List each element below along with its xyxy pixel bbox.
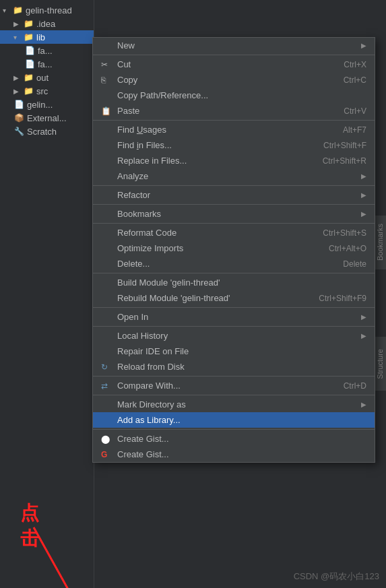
- menu-item-label: Reformat Code: [117, 228, 309, 238]
- menu-item-label: Create Gist...: [117, 449, 366, 459]
- copy-icon: ⎘: [101, 75, 113, 85]
- arrow-icon: ▶: [361, 313, 366, 321]
- folder-icon: 📁: [23, 86, 34, 96]
- tree-item-scratch[interactable]: 🔧 Scratch: [0, 125, 94, 138]
- menu-item-label: Repair IDE on File: [117, 346, 366, 356]
- menu-item-create-gist-2[interactable]: G Create Gist...: [93, 447, 375, 462]
- scratch-icon: 🔧: [13, 126, 24, 137]
- menu-item-bookmarks[interactable]: Bookmarks ▶: [93, 206, 375, 222]
- svg-line-1: [34, 527, 101, 588]
- project-tree: ▾ 📁 gelin-thread ▶ 📁 .idea ▾ 📁 lib 📄 fa.…: [0, 0, 94, 588]
- tree-item-idea[interactable]: ▶ 📁 .idea: [0, 17, 94, 30]
- menu-item-local-history[interactable]: Local History ▶: [93, 328, 375, 344]
- menu-item-reload[interactable]: ↻ Reload from Disk: [93, 359, 375, 374]
- menu-item-analyze[interactable]: Analyze ▶: [93, 168, 375, 184]
- arrow-icon: ▶: [361, 332, 366, 339]
- menu-item-find-usages[interactable]: Find Usages Alt+F7: [93, 122, 375, 137]
- menu-item-label: Copy Path/Reference...: [117, 90, 366, 100]
- shortcut: Ctrl+Shift+S: [323, 228, 366, 238]
- menu-item-label: Rebuild Module 'gelin-thread': [117, 293, 305, 303]
- tree-item-fa1[interactable]: 📄 fa...: [0, 44, 94, 57]
- folder-icon: 📁: [23, 72, 34, 83]
- cut-icon: ✂: [101, 60, 113, 69]
- menu-item-copy-path[interactable]: Copy Path/Reference...: [93, 88, 375, 103]
- menu-item-label: Replace in Files...: [117, 156, 309, 166]
- arrow-icon: ▶: [361, 191, 366, 199]
- folder-open-icon: 📁: [23, 32, 34, 42]
- menu-item-open-in[interactable]: Open In ▶: [93, 309, 375, 325]
- tree-item-fa2[interactable]: 📄 fa...: [0, 57, 94, 71]
- menu-item-label: New: [117, 40, 356, 51]
- chevron-down-icon: ▾: [13, 34, 22, 41]
- menu-item-find-in-files[interactable]: Find in Files... Ctrl+Shift+F: [93, 137, 375, 153]
- shortcut: Ctrl+Alt+O: [329, 244, 366, 253]
- tree-item-src[interactable]: ▶ 📁 src: [0, 84, 94, 98]
- tree-item-external[interactable]: 📦 External...: [0, 111, 94, 125]
- menu-item-rebuild[interactable]: Rebuild Module 'gelin-thread' Ctrl+Shift…: [93, 290, 375, 306]
- arrow-icon: ▶: [361, 42, 366, 49]
- context-menu: New ▶ ✂ Cut Ctrl+X ⎘ Copy Ctrl+C Copy Pa…: [92, 37, 375, 463]
- menu-item-add-library[interactable]: Add as Library...: [93, 412, 375, 428]
- menu-item-label: Find Usages: [117, 125, 329, 135]
- file-icon: 📄: [24, 45, 35, 56]
- separator: [93, 204, 375, 205]
- menu-item-label: Delete...: [117, 259, 329, 269]
- arrow-icon: ▶: [361, 401, 366, 408]
- chevron-icon: ▶: [13, 88, 22, 95]
- tree-item-label: gelin-thread: [26, 5, 72, 15]
- menu-item-label: Cut: [117, 59, 330, 69]
- menu-item-paste[interactable]: 📋 Paste Ctrl+V: [93, 103, 375, 119]
- folder-icon: 📁: [23, 18, 34, 29]
- shortcut: Ctrl+V: [344, 106, 366, 116]
- menu-item-label: Bookmarks: [117, 209, 356, 219]
- menu-item-label: Analyze: [117, 171, 356, 181]
- tree-item-lib[interactable]: ▾ 📁 lib: [0, 30, 94, 44]
- structure-tab-label: Structure: [376, 349, 384, 379]
- annotation-arrow: [20, 521, 128, 588]
- tree-item-label: lib: [36, 32, 45, 42]
- arrow-icon: ▶: [361, 210, 366, 218]
- tree-item-label: External...: [27, 113, 67, 123]
- menu-item-label: Build Module 'gelin-thread': [117, 277, 366, 288]
- menu-item-label: Compare With...: [117, 381, 330, 391]
- tree-item-root[interactable]: ▾ 📁 gelin-thread: [0, 3, 94, 17]
- menu-item-reformat[interactable]: Reformat Code Ctrl+Shift+S: [93, 225, 375, 240]
- menu-item-repair-ide[interactable]: Repair IDE on File: [93, 344, 375, 359]
- menu-item-cut[interactable]: ✂ Cut Ctrl+X: [93, 57, 375, 72]
- chevron-icon: ▶: [13, 74, 22, 81]
- separator: [93, 326, 375, 327]
- separator: [93, 223, 375, 224]
- menu-item-mark-directory[interactable]: Mark Directory as ▶: [93, 397, 375, 412]
- menu-item-optimize[interactable]: Optimize Imports Ctrl+Alt+O: [93, 240, 375, 256]
- separator: [93, 185, 375, 186]
- menu-item-refactor[interactable]: Refactor ▶: [93, 187, 375, 203]
- menu-item-build[interactable]: Build Module 'gelin-thread': [93, 275, 375, 290]
- menu-item-new[interactable]: New ▶: [93, 38, 375, 53]
- separator: [93, 120, 375, 121]
- menu-item-replace-in-files[interactable]: Replace in Files... Ctrl+Shift+R: [93, 153, 375, 168]
- github-icon: ⬤: [101, 434, 113, 444]
- menu-item-copy[interactable]: ⎘ Copy Ctrl+C: [93, 72, 375, 88]
- menu-item-delete[interactable]: Delete... Delete: [93, 256, 375, 271]
- external-icon: 📦: [13, 112, 24, 123]
- tree-item-out[interactable]: ▶ 📁 out: [0, 71, 94, 84]
- menu-item-create-gist-1[interactable]: ⬤ Create Gist...: [93, 431, 375, 447]
- file-icon: 📄: [13, 99, 24, 110]
- separator: [93, 395, 375, 395]
- menu-item-label: Reload from Disk: [117, 362, 366, 372]
- menu-item-label: Optimize Imports: [117, 243, 315, 253]
- chevron-icon: ▾: [3, 7, 11, 14]
- tree-item-label: fa...: [38, 59, 53, 69]
- separator: [93, 273, 375, 273]
- menu-item-compare[interactable]: ⇄ Compare With... Ctrl+D: [93, 378, 375, 393]
- compare-icon: ⇄: [101, 381, 113, 391]
- tree-item-gelin[interactable]: 📄 gelin...: [0, 98, 94, 111]
- shortcut: Ctrl+Shift+R: [323, 156, 366, 166]
- paste-icon: 📋: [101, 106, 113, 116]
- separator: [93, 55, 375, 55]
- menu-item-label: Create Gist...: [117, 434, 366, 444]
- tree-item-label: .idea: [36, 19, 55, 29]
- shortcut: Ctrl+D: [344, 381, 366, 391]
- shortcut: Alt+F7: [343, 125, 366, 135]
- tree-item-label: src: [36, 86, 48, 96]
